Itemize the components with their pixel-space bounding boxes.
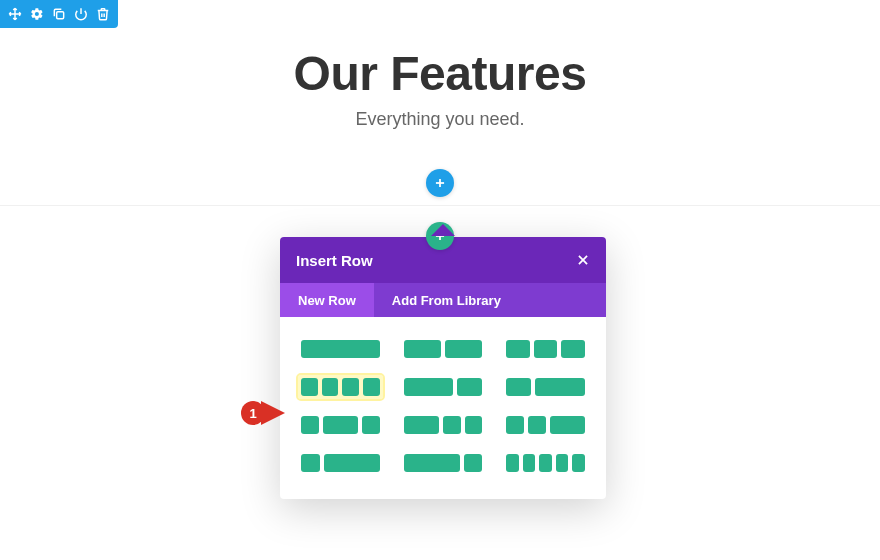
popover-tabs: New Row Add From Library <box>280 283 606 317</box>
svg-rect-0 <box>57 12 64 19</box>
row-layout-option[interactable] <box>298 451 383 475</box>
popover-title: Insert Row <box>296 252 373 269</box>
row-layout-option[interactable] <box>401 375 486 399</box>
row-layout-option[interactable] <box>401 413 486 437</box>
page-subtitle: Everything you need. <box>0 109 880 130</box>
row-layout-option[interactable] <box>503 375 588 399</box>
row-layout-grid <box>280 317 606 499</box>
gear-icon[interactable] <box>26 3 48 25</box>
row-layout-option[interactable] <box>401 337 486 361</box>
trash-icon[interactable] <box>92 3 114 25</box>
page-title: Our Features <box>0 46 880 101</box>
row-layout-option[interactable] <box>298 337 383 361</box>
row-layout-option[interactable] <box>401 451 486 475</box>
close-icon[interactable] <box>576 253 590 267</box>
tab-add-from-library[interactable]: Add From Library <box>374 283 519 317</box>
move-icon[interactable] <box>4 3 26 25</box>
annotation-number: 1 <box>241 401 265 425</box>
row-layout-option[interactable] <box>503 413 588 437</box>
insert-row-popover: Insert Row New Row Add From Library <box>280 237 606 499</box>
row-layout-option[interactable] <box>298 375 383 399</box>
duplicate-icon[interactable] <box>48 3 70 25</box>
add-section-button[interactable] <box>426 169 454 197</box>
power-icon[interactable] <box>70 3 92 25</box>
row-layout-option[interactable] <box>503 451 588 475</box>
row-layout-option[interactable] <box>503 337 588 361</box>
tab-new-row[interactable]: New Row <box>280 283 374 317</box>
section-toolbar <box>0 0 118 28</box>
section-divider <box>0 205 880 206</box>
hero-section: Our Features Everything you need. <box>0 0 880 130</box>
row-layout-option[interactable] <box>298 413 383 437</box>
popover-arrow <box>431 224 455 236</box>
